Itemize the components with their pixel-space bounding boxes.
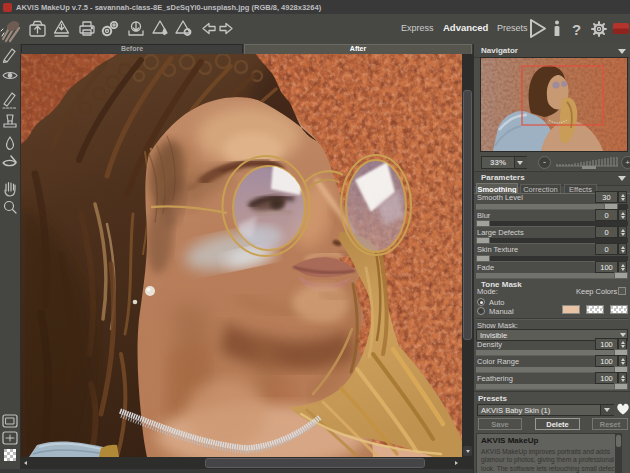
svg-text:?: ? [572, 21, 581, 38]
